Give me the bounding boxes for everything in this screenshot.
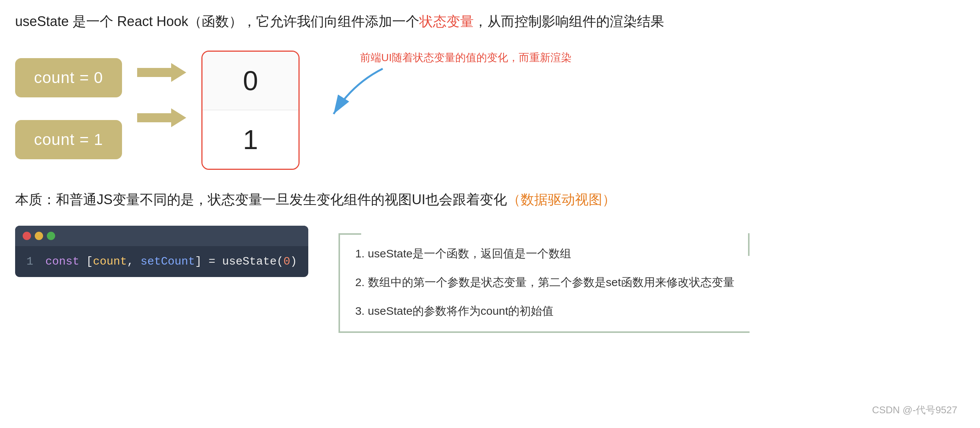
title-text-after: ，从而控制影响组件的渲染结果 (474, 14, 664, 29)
count-badge-0: count = 0 (15, 58, 122, 97)
arrow-right-1 (137, 106, 186, 129)
bottom-title-highlight: （数据驱动视图） (507, 192, 616, 207)
dot-green-icon (47, 232, 55, 240)
code-setcount-var: setCount (140, 255, 195, 268)
point-2: 2. 数组中的第一个参数是状态变量，第二个参数是set函数用来修改状态变量 (355, 273, 734, 292)
points-box: 1. useState是一个函数，返回值是一个数组 2. 数组中的第一个参数是状… (339, 233, 749, 333)
dot-yellow-icon (35, 232, 43, 240)
csdn-credit: CSDN @-代号9527 (872, 403, 957, 417)
phone-display: 0 1 (201, 51, 299, 170)
code-bracket-open: [ (80, 255, 93, 268)
count-badge-1: count = 1 (15, 120, 122, 159)
code-body: 1 const [count, setCount] = useState(0) (15, 246, 308, 277)
phone-cell-1: 1 (202, 110, 299, 169)
count-labels: count = 0 count = 1 (15, 58, 122, 159)
svg-marker-0 (137, 63, 186, 82)
svg-marker-1 (137, 108, 186, 127)
title-highlight: 状态变量 (419, 14, 474, 29)
code-param-close: ) (290, 255, 297, 268)
title-line: useState 是一个 React Hook（函数），它允许我们向组件添加一个… (15, 11, 965, 32)
annotation-area: 前端UI随着状态变量的值的变化，而重新渲染 (315, 47, 572, 122)
bottom-section: 1 const [count, setCount] = useState(0) … (15, 226, 965, 333)
code-comma: , (127, 255, 140, 268)
code-param-value: 0 (283, 255, 290, 268)
arrow-right-0 (137, 61, 186, 84)
title-text-before: useState 是一个 React Hook（函数），它允许我们向组件添加一个 (15, 14, 419, 29)
point-1: 1. useState是一个函数，返回值是一个数组 (355, 244, 734, 263)
phone-cell-0: 0 (202, 52, 299, 110)
code-titlebar (15, 226, 308, 246)
line-number: 1 (27, 255, 38, 268)
code-block: 1 const [count, setCount] = useState(0) (15, 226, 308, 277)
diagram-section: count = 0 count = 1 0 (15, 47, 965, 170)
dot-red-icon (23, 232, 31, 240)
code-count-var: count (93, 255, 127, 268)
code-param-open: ( (277, 255, 283, 268)
bottom-title: 本质：和普通JS变量不同的是，状态变量一旦发生变化组件的视图UI也会跟着变化（数… (15, 189, 965, 211)
code-content: const [count, setCount] = useState(0) (45, 255, 297, 268)
bottom-title-text: 本质：和普通JS变量不同的是，状态变量一旦发生变化组件的视图UI也会跟着变化 (15, 192, 507, 207)
code-const: const (45, 255, 80, 268)
blue-arrow-icon (315, 61, 398, 122)
arrows-column (137, 61, 186, 129)
point-3: 3. useState的参数将作为count的初始值 (355, 302, 734, 320)
code-usestate-func: useState (222, 255, 277, 268)
code-bracket-close-assign: ] = (195, 255, 222, 268)
